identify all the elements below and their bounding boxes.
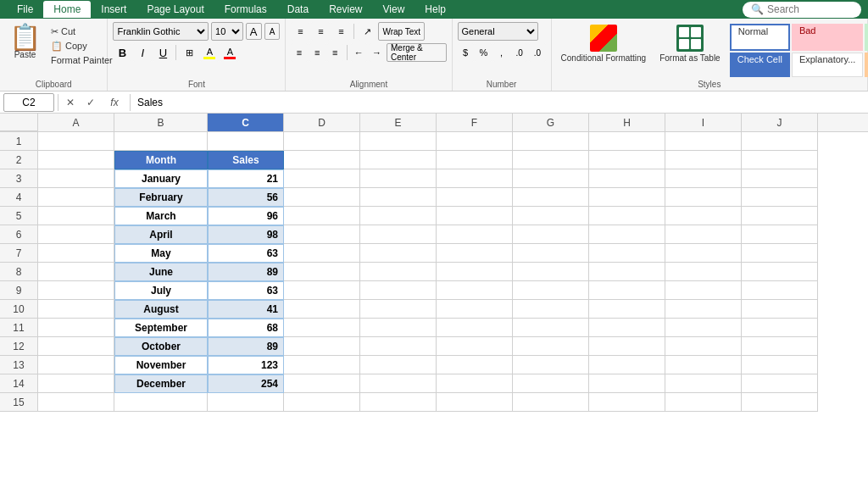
cell-a11[interactable]: [38, 319, 114, 337]
align-right-button[interactable]: ≡: [327, 43, 343, 62]
number-format-select[interactable]: General: [458, 22, 538, 41]
cell-d11[interactable]: [284, 319, 360, 337]
comma-button[interactable]: ,: [493, 43, 509, 62]
cell-h10[interactable]: [589, 300, 665, 319]
col-header-a[interactable]: A: [38, 114, 114, 131]
cell-i15[interactable]: [665, 393, 742, 412]
underline-button[interactable]: U: [153, 43, 172, 62]
tab-file[interactable]: File: [7, 1, 43, 18]
col-header-g[interactable]: G: [513, 114, 589, 131]
cell-d9[interactable]: [284, 281, 360, 300]
cell-e14[interactable]: [360, 374, 437, 393]
angle-text-button[interactable]: ↗: [358, 22, 376, 41]
cell-e2[interactable]: [360, 151, 437, 169]
row-header-13[interactable]: 13: [0, 356, 38, 374]
cell-b8[interactable]: June: [114, 263, 208, 281]
cell-e9[interactable]: [360, 281, 437, 300]
cell-j15[interactable]: [742, 393, 818, 412]
cell-a14[interactable]: [38, 374, 114, 393]
row-header-2[interactable]: 2: [0, 151, 38, 169]
col-header-h[interactable]: H: [589, 114, 665, 131]
cell-d7[interactable]: [284, 244, 360, 263]
cell-d15[interactable]: [284, 393, 360, 412]
cell-c15[interactable]: [208, 393, 284, 412]
cell-g13[interactable]: [513, 356, 589, 374]
cell-j8[interactable]: [742, 263, 818, 281]
cell-b5[interactable]: March: [114, 207, 208, 225]
font-color-button[interactable]: A: [220, 43, 239, 62]
cell-i3[interactable]: [665, 169, 742, 188]
align-bottom-button[interactable]: ≡: [331, 22, 350, 41]
cell-i10[interactable]: [665, 300, 742, 319]
col-header-i[interactable]: I: [665, 114, 742, 131]
cell-g2[interactable]: [513, 151, 589, 169]
cell-e12[interactable]: [360, 337, 437, 356]
row-header-15[interactable]: 15: [0, 393, 38, 412]
cell-j11[interactable]: [742, 319, 818, 337]
cell-j9[interactable]: [742, 281, 818, 300]
cell-f11[interactable]: [437, 319, 513, 337]
tab-data[interactable]: Data: [277, 1, 319, 18]
cell-e8[interactable]: [360, 263, 437, 281]
cell-c5[interactable]: 96: [208, 207, 284, 225]
align-left-button[interactable]: ≡: [291, 43, 307, 62]
cell-d13[interactable]: [284, 356, 360, 374]
format-as-table-button[interactable]: Format as Table: [655, 22, 725, 77]
col-header-c[interactable]: C: [208, 114, 284, 131]
tab-review[interactable]: Review: [319, 1, 372, 18]
cell-c1[interactable]: [208, 132, 284, 151]
cell-f10[interactable]: [437, 300, 513, 319]
border-button[interactable]: ⊞: [180, 43, 198, 62]
cell-c2[interactable]: Sales: [208, 151, 284, 169]
cell-f14[interactable]: [437, 374, 513, 393]
cell-h5[interactable]: [589, 207, 665, 225]
good-style-button[interactable]: Good: [865, 24, 868, 51]
col-header-e[interactable]: E: [360, 114, 437, 131]
cell-b3[interactable]: January: [114, 169, 208, 188]
copy-button[interactable]: 📋 Copy: [48, 40, 115, 53]
cell-e3[interactable]: [360, 169, 437, 188]
cell-a9[interactable]: [38, 281, 114, 300]
currency-button[interactable]: $: [458, 43, 474, 62]
cell-h6[interactable]: [589, 225, 665, 244]
cell-h12[interactable]: [589, 337, 665, 356]
row-header-6[interactable]: 6: [0, 225, 38, 244]
tab-page-layout[interactable]: Page Layout: [136, 1, 214, 18]
cell-c3[interactable]: 21: [208, 169, 284, 188]
font-size-select[interactable]: 10: [211, 22, 243, 41]
cell-c4[interactable]: 56: [208, 188, 284, 207]
col-header-d[interactable]: D: [284, 114, 360, 131]
cell-c11[interactable]: 68: [208, 319, 284, 337]
cell-e11[interactable]: [360, 319, 437, 337]
cell-g15[interactable]: [513, 393, 589, 412]
cell-h1[interactable]: [589, 132, 665, 151]
cell-e4[interactable]: [360, 188, 437, 207]
row-header-14[interactable]: 14: [0, 374, 38, 393]
fill-color-button[interactable]: A: [200, 43, 219, 62]
cell-b6[interactable]: April: [114, 225, 208, 244]
cell-a5[interactable]: [38, 207, 114, 225]
cell-a7[interactable]: [38, 244, 114, 263]
cell-d2[interactable]: [284, 151, 360, 169]
cell-b12[interactable]: October: [114, 337, 208, 356]
cell-a4[interactable]: [38, 188, 114, 207]
row-header-3[interactable]: 3: [0, 169, 38, 188]
paste-button[interactable]: 📋 Paste: [5, 22, 45, 62]
cell-g10[interactable]: [513, 300, 589, 319]
cell-j12[interactable]: [742, 337, 818, 356]
cell-i2[interactable]: [665, 151, 742, 169]
cell-i11[interactable]: [665, 319, 742, 337]
align-center-button[interactable]: ≡: [309, 43, 326, 62]
cell-b10[interactable]: August: [114, 300, 208, 319]
cell-g4[interactable]: [513, 188, 589, 207]
cell-a2[interactable]: [38, 151, 114, 169]
cell-d4[interactable]: [284, 188, 360, 207]
cell-i14[interactable]: [665, 374, 742, 393]
indent-decrease-button[interactable]: ←: [351, 43, 367, 62]
align-middle-button[interactable]: ≡: [311, 22, 330, 41]
cell-j2[interactable]: [742, 151, 818, 169]
cell-a13[interactable]: [38, 356, 114, 374]
cell-i8[interactable]: [665, 263, 742, 281]
cell-b13[interactable]: November: [114, 356, 208, 374]
cell-a1[interactable]: [38, 132, 114, 151]
